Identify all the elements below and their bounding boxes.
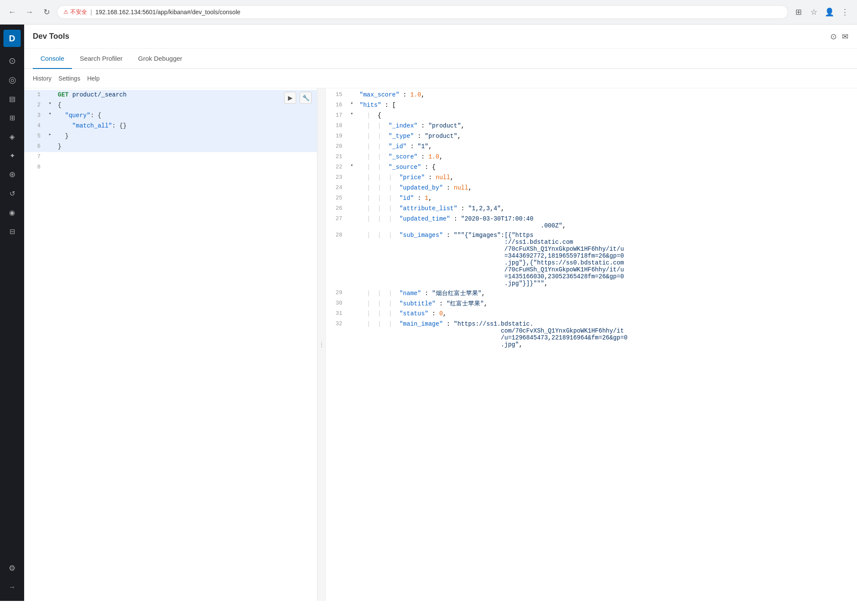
- output-line-17: 17 ▾ | {: [326, 111, 857, 121]
- out-linenum-28: 28: [326, 230, 347, 238]
- output-line-29: 29 | | | "name" : "烟台红富士苹果",: [326, 288, 857, 299]
- out-linenum-20: 20: [326, 142, 347, 149]
- out-content-32: | | | "main_image" : "https://ss1.bdstat…: [356, 319, 857, 349]
- tools-button[interactable]: 🔧: [300, 92, 312, 104]
- output-line-19: 19 | | "_type" : "product",: [326, 131, 857, 142]
- output-line-28: 28 | | | "sub_images" : """{"imgages":[{…: [326, 230, 857, 288]
- settings-button[interactable]: Settings: [59, 73, 81, 84]
- sidebar-item-discover[interactable]: ⊙: [3, 52, 21, 69]
- output-line-25: 25 | | | "id" : 1,: [326, 193, 857, 204]
- history-button[interactable]: History: [33, 73, 52, 84]
- app-title: Dev Tools: [33, 32, 69, 41]
- out-linenum-31: 31: [326, 309, 347, 317]
- account-button[interactable]: 👤: [823, 5, 836, 19]
- out-linenum-26: 26: [326, 204, 347, 212]
- line-number-1: 1: [24, 90, 46, 98]
- line-content-5: }: [54, 131, 317, 141]
- menu-button[interactable]: ⋮: [838, 5, 852, 19]
- editor-area: 1 GET product/_search 2 ▾ { 3 ▾ "qu: [24, 88, 857, 601]
- refresh-button[interactable]: ↻: [40, 5, 53, 19]
- output-line-18: 18 | | "_index" : "product",: [326, 121, 857, 131]
- line-number-6: 6: [24, 142, 46, 149]
- sidebar: D ⊙ ◎ ▤ ⊞ ◈ ✦ ⊛ ↺ ◉ ⊟ ⚙ →: [0, 25, 24, 601]
- line-number-4: 4: [24, 121, 46, 129]
- editor-pane: 1 GET product/_search 2 ▾ { 3 ▾ "qu: [24, 88, 317, 601]
- editor-line-4: 4 "match_all": {}: [24, 121, 317, 131]
- out-content-20: | | "_id" : "1",: [356, 142, 857, 151]
- sidebar-item-maps[interactable]: ◈: [3, 128, 21, 145]
- editor-line-1: 1 GET product/_search: [24, 90, 317, 100]
- address-url: 192.168.162.134:5601/app/kibana#/dev_too…: [95, 9, 240, 16]
- sidebar-item-graph[interactable]: ⊛: [3, 166, 21, 183]
- out-linenum-23: 23: [326, 173, 347, 180]
- output-line-30: 30 | | | "subtitle" : "红富士苹果",: [326, 299, 857, 309]
- output-line-20: 20 | | "_id" : "1",: [326, 142, 857, 152]
- editor-line-7: 7: [24, 152, 317, 162]
- out-content-27: | | | "updated_time" : "2020-03-30T17:00…: [356, 214, 857, 230]
- sidebar-item-collapse[interactable]: →: [3, 579, 21, 596]
- editor-line-8: 8: [24, 162, 317, 173]
- address-bar[interactable]: ⚠ 不安全 | 192.168.162.134:5601/app/kibana#…: [57, 5, 788, 19]
- out-linenum-30: 30: [326, 299, 347, 306]
- output-line-27: 27 | | | "updated_time" : "2020-03-30T17…: [326, 214, 857, 230]
- out-linenum-17: 17: [326, 111, 347, 118]
- app-logo[interactable]: D: [3, 30, 21, 47]
- editor-actions: ▶ 🔧: [284, 92, 312, 104]
- browser-nav: ← → ↻ ⚠ 不安全 | 192.168.162.134:5601/app/k…: [0, 0, 857, 24]
- line-gutter-2[interactable]: ▾: [46, 100, 54, 106]
- sidebar-item-visualize[interactable]: ◎: [3, 71, 21, 88]
- line-number-8: 8: [24, 162, 46, 170]
- out-content-30: | | | "subtitle" : "红富士苹果",: [356, 299, 857, 309]
- out-linenum-24: 24: [326, 183, 347, 191]
- bookmark-button[interactable]: ☆: [807, 5, 821, 19]
- output-line-16: 16 ▾ "hits" : [: [326, 100, 857, 111]
- tab-grok-debugger[interactable]: Grok Debugger: [130, 49, 190, 69]
- sidebar-item-uptime[interactable]: ↺: [3, 185, 21, 202]
- run-button[interactable]: ▶: [284, 92, 296, 104]
- line-content-7: [54, 152, 317, 155]
- editor-line-2: 2 ▾ {: [24, 100, 317, 111]
- sidebar-item-ml[interactable]: ✦: [3, 147, 21, 164]
- forward-button[interactable]: →: [22, 5, 36, 19]
- translate-button[interactable]: ⊞: [791, 5, 805, 19]
- sidebar-item-settings[interactable]: ⚙: [3, 560, 21, 577]
- back-button[interactable]: ←: [5, 5, 19, 19]
- out-linenum-16: 16: [326, 100, 347, 108]
- help-icon[interactable]: ⊙: [830, 32, 837, 41]
- sidebar-item-apm[interactable]: ◉: [3, 204, 21, 221]
- editor-content[interactable]: 1 GET product/_search 2 ▾ { 3 ▾ "qu: [24, 88, 317, 601]
- line-content-2: {: [54, 100, 317, 110]
- sidebar-item-canvas[interactable]: ⊞: [3, 109, 21, 126]
- out-gutter-16[interactable]: ▾: [347, 100, 356, 106]
- editor-line-5: 5 ▸ }: [24, 131, 317, 142]
- line-content-6: }: [54, 142, 317, 151]
- out-gutter-17[interactable]: ▾: [347, 111, 356, 116]
- out-content-15: "max_score" : 1.0,: [356, 90, 857, 100]
- tab-console[interactable]: Console: [33, 49, 72, 69]
- header-icons: ⊙ ✉: [830, 32, 848, 41]
- mail-icon[interactable]: ✉: [842, 32, 848, 41]
- sidebar-item-devtools[interactable]: ⊟: [3, 223, 21, 240]
- security-warning: ⚠ 不安全: [63, 8, 87, 16]
- line-gutter-3[interactable]: ▾: [46, 111, 54, 116]
- out-linenum-19: 19: [326, 131, 347, 139]
- app-header: Dev Tools ⊙ ✉: [24, 25, 857, 49]
- out-linenum-25: 25: [326, 193, 347, 201]
- out-linenum-15: 15: [326, 90, 347, 98]
- out-linenum-18: 18: [326, 121, 347, 129]
- out-content-19: | | "_type" : "product",: [356, 131, 857, 141]
- out-content-23: | | | "price" : null,: [356, 173, 857, 182]
- tab-search-profiler[interactable]: Search Profiler: [72, 49, 130, 69]
- output-line-26: 26 | | | "attribute_list" : "1,2,3,4",: [326, 204, 857, 214]
- sidebar-item-dashboard[interactable]: ▤: [3, 90, 21, 107]
- out-content-31: | | | "status" : 0,: [356, 309, 857, 318]
- out-content-25: | | | "id" : 1,: [356, 193, 857, 203]
- line-gutter-5[interactable]: ▸: [46, 131, 54, 137]
- drag-handle[interactable]: ⋮: [317, 88, 326, 601]
- out-gutter-22[interactable]: ▾: [347, 162, 356, 168]
- help-button[interactable]: Help: [87, 73, 100, 84]
- main-content: Dev Tools ⊙ ✉ Console Search Profiler Gr…: [24, 25, 857, 601]
- out-content-22: | | "_source" : {: [356, 162, 857, 172]
- out-linenum-22: 22: [326, 162, 347, 170]
- editor-line-6: 6 }: [24, 142, 317, 152]
